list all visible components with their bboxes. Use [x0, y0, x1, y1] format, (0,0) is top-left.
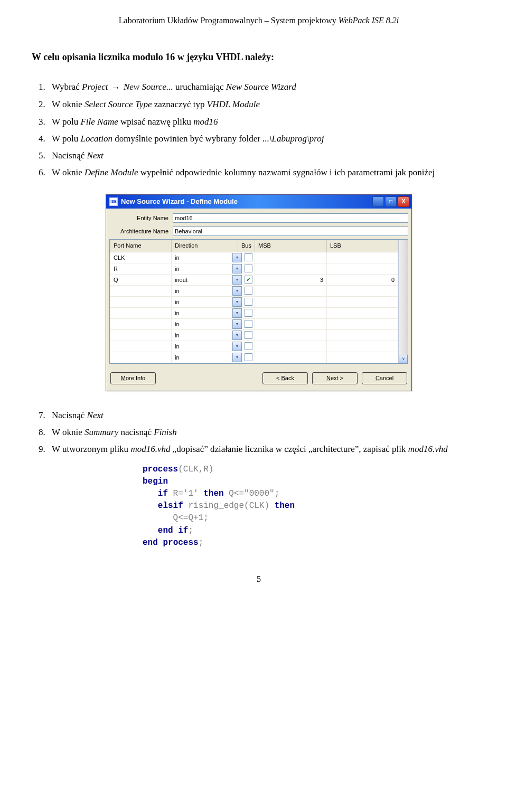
step-9: W utworzonym pliku mod16.vhd „dopisać” d…: [48, 441, 486, 458]
msb-cell[interactable]: [255, 352, 327, 363]
msb-cell[interactable]: [255, 263, 327, 274]
direction-value: inout: [175, 277, 232, 283]
chevron-down-icon[interactable]: ▾: [232, 275, 242, 285]
direction-cell[interactable]: in▾: [172, 252, 255, 263]
table-row[interactable]: in▾: [110, 329, 408, 341]
lsb-cell[interactable]: [327, 296, 398, 307]
back-button[interactable]: < Back: [262, 372, 308, 384]
port-name-cell[interactable]: Q: [110, 274, 172, 285]
bus-checkbox[interactable]: [245, 298, 252, 306]
table-row[interactable]: in▾: [110, 285, 408, 296]
direction-cell[interactable]: in▾: [172, 352, 255, 363]
msb-cell[interactable]: [255, 329, 327, 341]
msb-cell[interactable]: [255, 252, 327, 263]
direction-cell[interactable]: in▾: [172, 307, 255, 318]
direction-cell[interactable]: inout▾✓: [172, 274, 255, 285]
bus-checkbox[interactable]: [245, 320, 252, 328]
step-8: W oknie Summary nacisnąć Finish: [48, 424, 486, 441]
chevron-down-icon[interactable]: ▾: [232, 264, 242, 273]
dialog-window: ISE New Source Wizard - Define Module _ …: [106, 194, 412, 391]
port-name-cell[interactable]: [110, 285, 172, 296]
entity-name-field[interactable]: [173, 213, 408, 223]
bus-checkbox[interactable]: [245, 309, 252, 317]
port-name-cell[interactable]: R: [110, 263, 172, 274]
header-product: WebPack ISE 8.2i: [339, 16, 399, 25]
table-row[interactable]: Rin▾: [110, 263, 408, 274]
lsb-cell[interactable]: [327, 252, 398, 263]
chevron-down-icon[interactable]: ▾: [232, 253, 242, 262]
bus-checkbox[interactable]: [245, 331, 252, 339]
direction-cell[interactable]: in▾: [172, 263, 255, 274]
minimize-button[interactable]: _: [372, 196, 384, 207]
table-row[interactable]: in▾: [110, 341, 408, 352]
bus-checkbox[interactable]: [245, 253, 252, 261]
direction-cell[interactable]: in▾: [172, 318, 255, 329]
direction-value: in: [175, 254, 232, 261]
bus-checkbox[interactable]: [245, 342, 252, 350]
direction-cell[interactable]: in▾: [172, 296, 255, 307]
cancel-button[interactable]: Cancel: [362, 372, 407, 384]
lsb-cell[interactable]: [327, 329, 398, 341]
direction-cell[interactable]: in▾: [172, 341, 255, 352]
port-name-cell[interactable]: [110, 296, 172, 307]
lsb-cell[interactable]: [327, 341, 398, 352]
col-lsb[interactable]: LSB: [327, 240, 398, 252]
lsb-cell[interactable]: [327, 307, 398, 318]
port-name-cell[interactable]: [110, 307, 172, 318]
col-msb[interactable]: MSB: [255, 240, 327, 252]
chevron-down-icon[interactable]: ▾: [232, 308, 242, 318]
step-list-2: Nacisnąć Next W oknie Summary nacisnąć F…: [48, 407, 486, 458]
scroll-down-icon[interactable]: ∨: [399, 355, 408, 363]
grid-scrollbar[interactable]: ∨: [398, 240, 408, 363]
table-row[interactable]: in▾: [110, 352, 408, 363]
direction-value: in: [175, 343, 232, 350]
table-row[interactable]: in▾: [110, 296, 408, 307]
bus-checkbox[interactable]: [245, 265, 252, 272]
table-row[interactable]: CLKin▾: [110, 252, 408, 263]
chevron-down-icon[interactable]: ▾: [232, 353, 242, 362]
table-row[interactable]: Qinout▾✓30: [110, 274, 408, 285]
msb-cell[interactable]: 3: [255, 274, 327, 285]
lsb-cell[interactable]: [327, 352, 398, 363]
maximize-button[interactable]: □: [385, 196, 397, 207]
lsb-cell[interactable]: 0: [327, 274, 398, 285]
table-row[interactable]: in▾: [110, 307, 408, 318]
col-direction[interactable]: Direction: [172, 240, 238, 252]
col-port-name[interactable]: Port Name: [110, 240, 172, 252]
chevron-down-icon[interactable]: ▾: [232, 342, 242, 351]
architecture-name-field[interactable]: [173, 226, 408, 236]
titlebar[interactable]: ISE New Source Wizard - Define Module _ …: [106, 195, 411, 209]
port-name-cell[interactable]: [110, 341, 172, 352]
chevron-down-icon[interactable]: ▾: [232, 331, 242, 340]
more-info-button[interactable]: More Info: [110, 372, 156, 384]
bus-checkbox[interactable]: [245, 353, 252, 361]
bus-checkbox[interactable]: ✓: [245, 276, 252, 284]
table-row[interactable]: in▾: [110, 318, 408, 329]
direction-value: in: [175, 288, 232, 294]
dialog-title: New Source Wizard - Define Module: [121, 197, 371, 205]
msb-cell[interactable]: [255, 341, 327, 352]
entity-name-label: Entity Name: [109, 215, 173, 221]
chevron-down-icon[interactable]: ▾: [232, 297, 242, 307]
port-name-cell[interactable]: [110, 318, 172, 329]
port-name-cell[interactable]: [110, 329, 172, 341]
direction-cell[interactable]: in▾: [172, 285, 255, 296]
msb-cell[interactable]: [255, 285, 327, 296]
port-name-cell[interactable]: [110, 352, 172, 363]
direction-cell[interactable]: in▾: [172, 329, 255, 341]
lsb-cell[interactable]: [327, 285, 398, 296]
col-bus[interactable]: Bus: [238, 240, 255, 252]
lsb-cell[interactable]: [327, 263, 398, 274]
document-header: Laboratorium Układów Programowalnych – S…: [32, 16, 486, 25]
chevron-down-icon[interactable]: ▾: [232, 286, 242, 296]
port-name-cell[interactable]: CLK: [110, 252, 172, 263]
bus-checkbox[interactable]: [245, 287, 252, 295]
lsb-cell[interactable]: [327, 318, 398, 329]
msb-cell[interactable]: [255, 318, 327, 329]
chevron-down-icon[interactable]: ▾: [232, 319, 242, 329]
msb-cell[interactable]: [255, 296, 327, 307]
msb-cell[interactable]: [255, 307, 327, 318]
direction-value: in: [175, 310, 232, 316]
close-button[interactable]: X: [398, 196, 409, 207]
next-button[interactable]: Next >: [312, 372, 358, 384]
